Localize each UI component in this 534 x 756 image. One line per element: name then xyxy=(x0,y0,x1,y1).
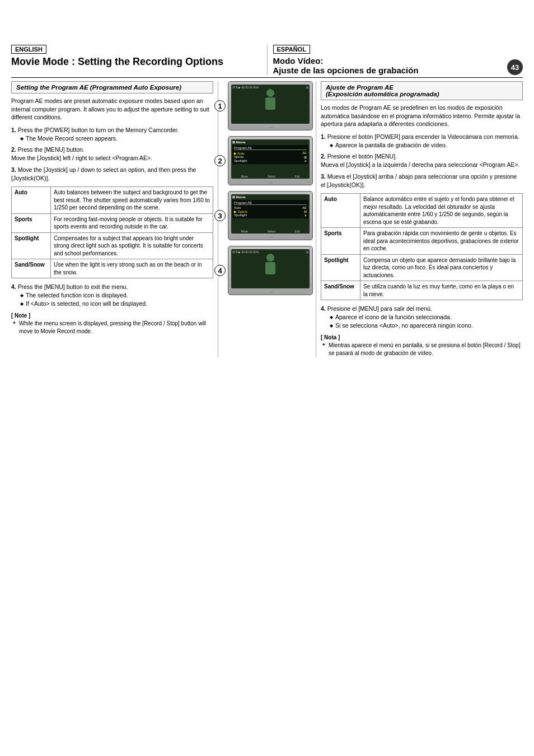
espanol-title-line1: Modo Vídeo: xyxy=(273,56,419,66)
screenshot-2: 2 ⊞ Movie Program AE ▶ AutoAE Sports⊠ Sp… xyxy=(221,136,313,185)
step-label-4: 4 xyxy=(214,265,226,276)
espanol-step-3: 3. Mueva el [Joystick] arriba / abajo pa… xyxy=(321,172,523,189)
cam-bottom-1: ● ■ xyxy=(228,125,312,130)
cam-info-right-4: ⊞ xyxy=(306,250,308,254)
cam-item-sports-2: Sports⊠ xyxy=(234,155,307,159)
step1-num: 1. xyxy=(11,127,16,133)
screenshot-4: 4 STB ▶ 00:00:00 00% ⊞ ● ■ xyxy=(221,246,313,295)
page-container: ENGLISH Movie Mode : Setting the Recordi… xyxy=(11,11,523,357)
table-row: Sports Para grabación rápida con movimie… xyxy=(321,228,523,255)
cam-info-bar-4: STB ▶ 00:00:00 00% xyxy=(232,250,259,254)
es-step4-text: Presione el [MENU] para salir del menú. xyxy=(327,305,432,312)
cam-screen-2: ⊞ Movie Program AE ▶ AutoAE Sports⊠ Spot… xyxy=(231,139,310,179)
step4-subs: The selected function icon is displayed.… xyxy=(20,291,213,307)
espanol-subsection-line2: (Exposición automática programada) xyxy=(326,91,439,97)
cam-body-1: STB ▶ 00:00:00 00% ⊞ ● ■ xyxy=(228,81,313,130)
step-label-1: 1 xyxy=(214,100,226,111)
english-options-table: Auto Auto balances between the subject a… xyxy=(11,186,213,278)
cam-screen-3: ⊞ Movie Program AE AutoAE ▶ Sports⊠ Spot… xyxy=(231,194,310,234)
cam-item-sports-3: ▶ Sports⊠ xyxy=(234,209,307,213)
es-step1-subs: Aparece la pantalla de grabación de víde… xyxy=(330,141,523,150)
es-step3-text: Mueva el [Joystick] arriba / abajo para … xyxy=(321,173,517,188)
option-sports-label: Sports xyxy=(12,213,51,232)
cam-item-spotlight-2: Spotlight☀ xyxy=(234,159,307,163)
center-panel: 1 STB ▶ 00:00:00 00% ⊞ ● ■ xyxy=(218,81,316,357)
english-badge: ENGLISH xyxy=(11,45,46,54)
cam-menu-2: ⊞ Movie Program AE ▶ AutoAE Sports⊠ Spot… xyxy=(232,140,308,164)
left-header: ENGLISH Movie Mode : Setting the Recordi… xyxy=(11,45,268,75)
espanol-subsection-title: Ajuste de Program AE (Exposición automát… xyxy=(321,81,523,100)
step4-num: 4. xyxy=(11,283,16,290)
english-note: [ Note ] While the menu screen is displa… xyxy=(11,312,213,335)
step4-sub-1: The selected function icon is displayed. xyxy=(20,291,213,300)
option-auto-desc: Auto balances between the subject and ba… xyxy=(51,187,213,214)
table-row: Auto Balance automático entre el sujeto … xyxy=(321,194,523,228)
es-step4-sub-1: Aparece el icono de la función seleccion… xyxy=(330,313,523,321)
cam-bottom-2: ● ■ xyxy=(228,180,312,185)
english-step-4: 4. Press the [MENU] button to exit the m… xyxy=(11,283,213,307)
option-spotlight-label: Spotlight xyxy=(12,232,51,259)
es-option-sports-desc: Para grabación rápida con movimiento de … xyxy=(360,228,523,255)
note-item-1: While the menu screen is displayed, pres… xyxy=(11,320,213,335)
espanol-step-4: 4. Presione el [MENU] para salir del men… xyxy=(321,305,523,329)
option-sandsnow-desc: Use when the light is very strong such a… xyxy=(51,259,213,278)
es-option-sports-label: Sports xyxy=(321,228,360,255)
step2-num: 2. xyxy=(11,146,16,153)
es-step4-subs: Aparece el icono de la función seleccion… xyxy=(330,313,523,329)
cam-body-2: ⊞ Movie Program AE ▶ AutoAE Sports⊠ Spot… xyxy=(228,136,313,185)
espanol-options-table: Auto Balance automático entre el sujeto … xyxy=(321,193,523,300)
page-number: 43 xyxy=(507,59,523,75)
es-note-title: [ Nota ] xyxy=(321,334,523,342)
step4-sub-2: If <Auto> is selected, no icon will be d… xyxy=(20,300,213,308)
cam-body-4: STB ▶ 00:00:00 00% ⊞ ● ■ xyxy=(228,246,313,295)
es-option-auto-desc: Balance automático entre el sujeto y el … xyxy=(360,194,523,228)
cam-item-spotlight-3: Spotlight☀ xyxy=(234,213,307,217)
espanol-note: [ Nota ] Mientras aparece el menú en pan… xyxy=(321,334,523,357)
top-spacer xyxy=(11,11,523,45)
left-panel: Setting the Program AE (Programmed Auto … xyxy=(11,81,218,357)
table-row: Spotlight Compensa un objeto que aparece… xyxy=(321,254,523,281)
option-sandsnow-label: Sand/Snow xyxy=(12,259,51,278)
english-step-1: 1. Press the [POWER] button to turn on t… xyxy=(11,126,213,142)
right-title-block: ESPAÑOL Modo Vídeo: Ajuste de las opcion… xyxy=(273,45,419,75)
step-label-2: 2 xyxy=(214,155,226,166)
es-step4-sub-2: Si se selecciona <Auto>, no aparecerá ni… xyxy=(330,321,523,330)
cam-bottom-3: ● ■ xyxy=(228,235,312,240)
note-title: [ Note ] xyxy=(11,312,213,320)
step1-subs: The Movie Record screen appears. xyxy=(20,134,213,143)
table-row: Sand/Snow Use when the light is very str… xyxy=(12,259,213,278)
es-step1-num: 1. xyxy=(321,133,326,140)
english-intro: Program AE modes are preset automatic ex… xyxy=(11,97,213,122)
cam-menu-body-3: Program AE AutoAE ▶ Sports⊠ Spotlight☀ xyxy=(232,200,308,218)
es-option-spotlight-label: Spotlight xyxy=(321,254,360,281)
three-col-layout: Setting the Program AE (Programmed Auto … xyxy=(11,81,523,357)
table-row: Auto Auto balances between the subject a… xyxy=(12,187,213,214)
cam-item-auto-2: ▶ AutoAE xyxy=(234,151,307,155)
cam-menu-body-2: Program AE ▶ AutoAE Sports⊠ Spotlight☀ xyxy=(232,145,308,164)
es-step4-num: 4. xyxy=(321,305,326,312)
cam-body-3: ⊞ Movie Program AE AutoAE ▶ Sports⊠ Spot… xyxy=(228,191,313,240)
es-step2-num: 2. xyxy=(321,153,326,160)
person-silhouette xyxy=(265,89,275,110)
espanol-subsection-line1: Ajuste de Program AE xyxy=(326,84,394,91)
step3-text: Move the [Joystick] up / down to select … xyxy=(11,166,196,181)
cam-menu-title-2: ⊞ Movie xyxy=(232,140,308,144)
table-row: Sports For recording fast-moving people … xyxy=(12,213,213,232)
english-subsection-title: Setting the Program AE (Programmed Auto … xyxy=(11,81,213,94)
screenshot-3: 3 ⊞ Movie Program AE AutoAE ▶ Sports⊠ Sp… xyxy=(221,191,313,240)
person-silhouette-4 xyxy=(265,254,275,274)
es-step2-text: Presione el botón [MENU].Mueva el [Joyst… xyxy=(321,153,519,168)
step2-text: Press the [MENU] button.Move the [Joysti… xyxy=(11,146,152,161)
espanol-step-2: 2. Presione el botón [MENU].Mueva el [Jo… xyxy=(321,152,523,169)
es-step1-text: Presione el botón [POWER] para encender … xyxy=(327,133,519,140)
table-row: Spotlight Compensates for a subject that… xyxy=(12,232,213,259)
es-option-auto-label: Auto xyxy=(321,194,360,228)
cam-submenu-title-2: Program AE xyxy=(234,146,307,150)
right-header: ESPAÑOL Modo Vídeo: Ajuste de las opcion… xyxy=(268,45,523,75)
es-note-item-1: Mientras aparece el menú en pantalla, si… xyxy=(321,342,523,357)
espanol-badge: ESPAÑOL xyxy=(273,45,310,54)
es-option-spotlight-desc: Compensa un objeto que aparece demasiado… xyxy=(360,254,523,281)
step3-num: 3. xyxy=(11,166,16,173)
cam-bottom-bar-3: MoveSelectExit xyxy=(231,230,310,233)
cam-info-right-1: ⊞ xyxy=(306,86,308,89)
